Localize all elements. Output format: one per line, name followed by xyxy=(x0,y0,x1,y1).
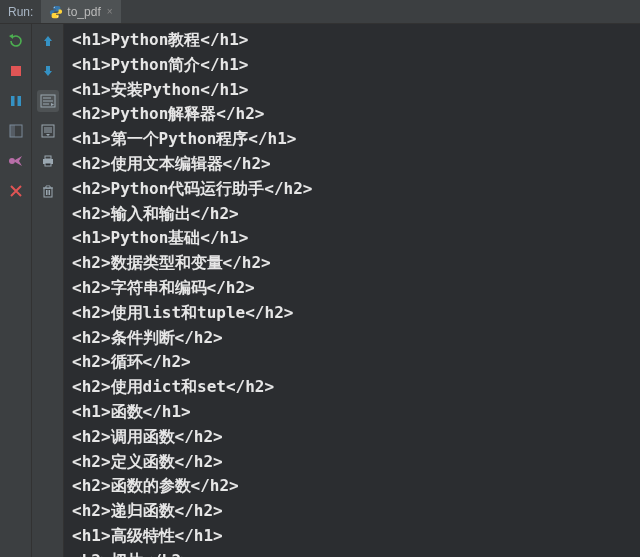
layout-button[interactable] xyxy=(5,120,27,142)
python-file-icon xyxy=(49,5,63,19)
svg-rect-6 xyxy=(10,125,15,137)
svg-rect-3 xyxy=(11,96,15,106)
svg-point-0 xyxy=(54,6,55,7)
tab-bar: Run: to_pdf × xyxy=(0,0,640,24)
console-line: <h2>字符串和编码</h2> xyxy=(72,276,632,301)
close-panel-button[interactable] xyxy=(5,180,27,202)
stop-button[interactable] xyxy=(5,60,27,82)
console-line: <h1>Python教程</h1> xyxy=(72,28,632,53)
clear-all-button[interactable] xyxy=(37,180,59,202)
left-toolbar-1 xyxy=(0,24,32,557)
print-button[interactable] xyxy=(37,150,59,172)
svg-rect-2 xyxy=(11,66,21,76)
up-button[interactable] xyxy=(37,30,59,52)
console-line: <h1>函数</h1> xyxy=(72,400,632,425)
console-line: <h1>第一个Python程序</h1> xyxy=(72,127,632,152)
console-line: <h2>条件判断</h2> xyxy=(72,326,632,351)
attach-button[interactable] xyxy=(5,150,27,172)
pause-button[interactable] xyxy=(5,90,27,112)
svg-rect-4 xyxy=(17,96,21,106)
rerun-button[interactable] xyxy=(5,30,27,52)
console-line: <h2>Python代码运行助手</h2> xyxy=(72,177,632,202)
console-line: <h2>定义函数</h2> xyxy=(72,450,632,475)
console-line: <h2>调用函数</h2> xyxy=(72,425,632,450)
console-line: <h2>使用dict和set</h2> xyxy=(72,375,632,400)
close-icon[interactable]: × xyxy=(107,6,113,17)
soft-wrap-button[interactable] xyxy=(37,90,59,112)
console-line: <h2>循环</h2> xyxy=(72,350,632,375)
console-output[interactable]: <h1>Python教程</h1><h1>Python简介</h1><h1>安装… xyxy=(64,24,640,557)
scroll-to-end-button[interactable] xyxy=(37,120,59,142)
svg-rect-11 xyxy=(45,156,51,159)
tab-to-pdf[interactable]: to_pdf × xyxy=(41,0,120,23)
console-line: <h1>Python基础</h1> xyxy=(72,226,632,251)
console-line: <h2>使用list和tuple</h2> xyxy=(72,301,632,326)
run-label: Run: xyxy=(0,5,41,19)
console-line: <h1>Python简介</h1> xyxy=(72,53,632,78)
console-line: <h2>数据类型和变量</h2> xyxy=(72,251,632,276)
console-line: <h1>高级特性</h1> xyxy=(72,524,632,549)
down-button[interactable] xyxy=(37,60,59,82)
tab-label: to_pdf xyxy=(67,5,100,19)
console-line: <h2>Python解释器</h2> xyxy=(72,102,632,127)
console-line: <h1>安装Python</h1> xyxy=(72,78,632,103)
left-toolbar-2 xyxy=(32,24,64,557)
console-line: <h2>递归函数</h2> xyxy=(72,499,632,524)
console-line: <h2>使用文本编辑器</h2> xyxy=(72,152,632,177)
svg-point-7 xyxy=(9,158,15,164)
console-line: <h2>输入和输出</h2> xyxy=(72,202,632,227)
console-line: <h2>函数的参数</h2> xyxy=(72,474,632,499)
svg-rect-12 xyxy=(45,163,51,166)
console-line: <h2>切片</h2> xyxy=(72,549,632,557)
svg-point-1 xyxy=(58,16,59,17)
